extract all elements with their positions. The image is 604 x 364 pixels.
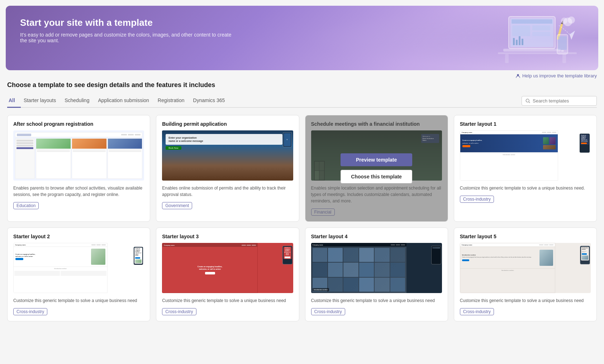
card-tag-starter-4[interactable]: Cross-industry bbox=[311, 308, 345, 315]
card-title-after-school: After school program registration bbox=[13, 121, 144, 127]
person-icon bbox=[515, 73, 520, 78]
search-box[interactable] bbox=[522, 96, 597, 106]
svg-rect-19 bbox=[558, 36, 567, 50]
svg-rect-17 bbox=[522, 39, 523, 45]
card-desc-starter-2: Customize this generic template to solve… bbox=[13, 297, 144, 304]
tab-registration[interactable]: Registration bbox=[158, 95, 190, 108]
card-desc-starter-5: Customize this generic template to solve… bbox=[460, 297, 591, 304]
preview-template-button[interactable]: Preview template bbox=[341, 153, 412, 166]
card-title-starter-2: Starter layout 2 bbox=[13, 234, 144, 239]
tab-dynamics[interactable]: Dynamics 365 bbox=[193, 95, 231, 108]
card-desc-starter-3: Customize this generic template to solve… bbox=[162, 297, 293, 304]
card-desc-building-permit: Enables online submission of permits and… bbox=[162, 185, 293, 198]
hero-title: Start your site with a template bbox=[20, 17, 584, 28]
card-overlay-schedule-meetings: Preview template Choose this template bbox=[305, 115, 448, 221]
main-content: Choose a template to see design details … bbox=[0, 81, 604, 329]
card-preview-starter-3: Company name Create an engaging headline… bbox=[162, 243, 293, 293]
card-title-starter-4: Starter layout 4 bbox=[311, 234, 442, 239]
card-title-building-permit: Building permit application bbox=[162, 121, 293, 127]
card-preview-after-school bbox=[13, 130, 144, 181]
svg-rect-22 bbox=[505, 54, 509, 63]
card-tag-starter-1[interactable]: Cross-industry bbox=[460, 196, 494, 203]
svg-line-26 bbox=[529, 102, 530, 103]
tab-scheduling[interactable]: Scheduling bbox=[65, 95, 95, 108]
card-preview-starter-2: Company name Create an engaging headline… bbox=[13, 243, 144, 293]
hero-banner: Start your site with a template It's eas… bbox=[6, 6, 598, 70]
card-preview-starter-4: Company name bbox=[311, 243, 442, 293]
card-tag-starter-5[interactable]: Cross-industry bbox=[460, 308, 494, 315]
search-icon bbox=[525, 99, 531, 104]
card-desc-starter-1: Customize this generic template to solve… bbox=[460, 185, 591, 191]
svg-rect-16 bbox=[519, 36, 520, 45]
tab-application[interactable]: Application submission bbox=[98, 95, 154, 108]
template-card-after-school[interactable]: After school program registration bbox=[7, 115, 150, 222]
svg-rect-15 bbox=[516, 40, 518, 45]
svg-rect-23 bbox=[562, 54, 566, 63]
hero-subtitle: It's easy to add or remove pages and cus… bbox=[20, 32, 235, 43]
svg-rect-14 bbox=[513, 38, 515, 45]
card-tag-starter-3[interactable]: Cross-industry bbox=[162, 308, 196, 315]
svg-rect-20 bbox=[561, 50, 564, 52]
choose-heading: Choose a template to see design details … bbox=[7, 81, 597, 89]
template-card-starter-2[interactable]: Starter layout 2 Company name bbox=[7, 227, 150, 321]
svg-rect-6 bbox=[503, 49, 561, 52]
card-desc-after-school: Enables parents to browse after school a… bbox=[13, 185, 144, 198]
card-tag-building-permit[interactable]: Government bbox=[162, 202, 192, 209]
template-grid-row1: After school program registration bbox=[7, 115, 597, 222]
help-link-text: Help us improve the template library bbox=[522, 73, 597, 78]
card-desc-starter-4: Customize this generic template to solve… bbox=[311, 297, 442, 304]
card-title-starter-5: Starter layout 5 bbox=[460, 234, 591, 239]
card-title-starter-1: Starter layout 1 bbox=[460, 121, 591, 127]
tab-starter[interactable]: Starter layouts bbox=[24, 95, 62, 108]
card-preview-building-permit: Enter your organizationname or a welcome… bbox=[162, 130, 293, 181]
card-preview-starter-5: Company name Introduction section Create… bbox=[460, 243, 591, 293]
choose-template-button[interactable]: Choose this template bbox=[341, 170, 412, 183]
template-card-starter-4[interactable]: Starter layout 4 Company name bbox=[305, 227, 448, 321]
svg-point-24 bbox=[517, 74, 519, 76]
svg-point-25 bbox=[526, 99, 529, 102]
template-card-schedule-meetings[interactable]: Schedule meetings with a financial insti… bbox=[305, 115, 448, 222]
svg-rect-5 bbox=[532, 32, 550, 36]
template-grid-row2: Starter layout 2 Company name bbox=[7, 227, 597, 321]
template-card-starter-1[interactable]: Starter layout 1 Company name bbox=[454, 115, 597, 222]
card-tag-after-school[interactable]: Education bbox=[13, 202, 39, 209]
template-card-building-permit[interactable]: Building permit application Enter your o… bbox=[156, 115, 299, 222]
template-card-starter-5[interactable]: Starter layout 5 Company name bbox=[454, 227, 597, 321]
help-link[interactable]: Help us improve the template library bbox=[0, 70, 604, 81]
card-tag-starter-2[interactable]: Cross-industry bbox=[13, 308, 47, 315]
template-card-starter-3[interactable]: Starter layout 3 Company name bbox=[156, 227, 299, 321]
search-input[interactable] bbox=[533, 98, 593, 104]
card-preview-starter-1: Company name Create an engaging headline… bbox=[460, 130, 591, 181]
tabs-row: All Starter layouts Scheduling Applicati… bbox=[7, 95, 597, 108]
tab-all[interactable]: All bbox=[7, 95, 21, 108]
svg-rect-21 bbox=[498, 52, 577, 54]
card-title-starter-3: Starter layout 3 bbox=[162, 234, 293, 239]
